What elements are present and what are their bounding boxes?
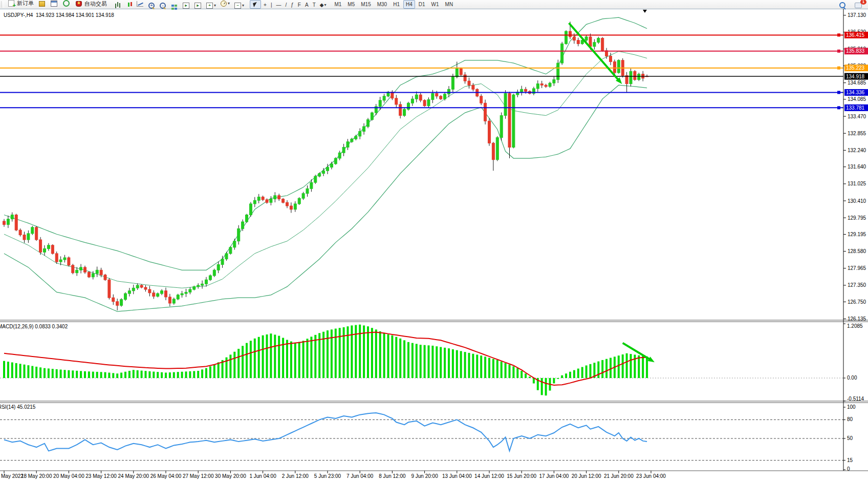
macd-bar	[181, 372, 183, 378]
axis-label: 1 Jun 04:00	[249, 473, 276, 479]
timeframe-m1-button[interactable]: M1	[332, 0, 344, 9]
macd-bar	[157, 372, 159, 378]
macd-bar	[100, 372, 102, 378]
timeframe-m15-button[interactable]: M15	[358, 0, 373, 9]
navigator-button[interactable]	[60, 0, 72, 8]
rsi-pane[interactable]	[0, 413, 843, 460]
market-watch-button[interactable]	[36, 0, 48, 8]
channel-icon: F	[298, 2, 301, 8]
macd-bar	[395, 337, 397, 378]
macd-bar	[31, 366, 33, 378]
macd-bar	[258, 337, 260, 378]
label-button[interactable]: T	[311, 1, 317, 9]
shapes-icon: ◆	[320, 2, 324, 8]
chart-canvas[interactable]: 137.130136.520135.910135.300134.685134.0…	[0, 9, 868, 482]
search-button[interactable]	[838, 1, 847, 9]
trendline-button[interactable]: /	[284, 1, 289, 9]
macd-bar	[80, 371, 82, 378]
candle	[327, 167, 329, 171]
macd-pane[interactable]	[0, 325, 843, 396]
cursor-button[interactable]	[250, 0, 261, 9]
candle	[359, 131, 361, 136]
timeframe-d1-button[interactable]: D1	[416, 0, 428, 9]
timeframe-m30-button[interactable]: M30	[375, 0, 389, 9]
candle-chart-button[interactable]	[124, 0, 134, 9]
dropdown-arrow-icon[interactable]: ▾	[228, 1, 230, 6]
fibonacci-button[interactable]: ƒ	[289, 1, 295, 9]
candle	[209, 276, 211, 280]
price-pane[interactable]	[3, 17, 648, 311]
dropdown-arrow-icon[interactable]: ▾	[214, 3, 216, 8]
crosshair-button[interactable]: +	[262, 1, 268, 9]
hline-anchor[interactable]	[837, 33, 840, 36]
axis-label: 2 Jun 12:00	[282, 473, 309, 479]
hline-anchor[interactable]	[837, 106, 840, 109]
macd-bar	[108, 372, 110, 378]
frame-icon: ~	[234, 3, 241, 9]
candle	[306, 188, 309, 193]
candle	[172, 299, 175, 303]
timeframe-m5-button[interactable]: M5	[345, 0, 357, 9]
macd-bar	[39, 367, 41, 378]
axis-label: 17 Jun 04:00	[539, 473, 569, 479]
macd-bar	[282, 338, 284, 378]
macd-bar	[416, 344, 418, 378]
notifications-button[interactable]: 1	[853, 1, 863, 9]
macd-bar	[420, 345, 422, 378]
macd-bar	[339, 328, 341, 378]
macd-bar	[610, 358, 612, 378]
macd-bar	[274, 334, 276, 378]
macd-bar	[145, 371, 147, 378]
timeframe-h1-button[interactable]: H1	[390, 0, 402, 9]
macd-bar	[128, 371, 131, 378]
macd-bar	[286, 340, 288, 378]
candle	[512, 95, 515, 147]
timeframe-toolbar: M1M5M15M30H1H4D1W1MN	[331, 0, 456, 9]
bar-chart-button[interactable]	[113, 0, 123, 9]
macd-bar	[250, 341, 252, 378]
hline-anchor[interactable]	[837, 91, 840, 94]
macd-bar	[120, 372, 122, 378]
macd-bar	[496, 360, 498, 378]
auto-trading-button[interactable]: 自动交易	[73, 0, 108, 8]
periodicity-button[interactable]: ▾	[219, 0, 231, 8]
macd-bar	[403, 340, 405, 378]
axis-label: 24 May 20:00	[118, 473, 149, 479]
candle	[68, 258, 70, 265]
data-window-button[interactable]	[49, 0, 59, 8]
timeframe-mn-button[interactable]: MN	[443, 0, 456, 9]
macd-bar	[189, 371, 191, 378]
candle	[536, 84, 539, 89]
candle	[257, 197, 260, 200]
hline-anchor[interactable]	[837, 67, 840, 70]
timeframe-h4-button[interactable]: H4	[403, 0, 415, 9]
macd-bar	[484, 357, 486, 378]
macd-bar	[371, 328, 373, 378]
candle	[455, 69, 458, 77]
macd-bar	[590, 364, 592, 378]
shapes-button[interactable]: ◆▾	[318, 1, 328, 9]
timeframe-w1-button[interactable]: W1	[429, 0, 442, 9]
macd-bar	[233, 352, 235, 378]
candle	[153, 293, 155, 297]
dropdown-arrow-icon[interactable]: ▾	[242, 3, 244, 8]
axis-label: 132.855	[848, 131, 866, 136]
macd-bar	[229, 354, 231, 378]
candle	[415, 95, 418, 99]
channel-button[interactable]: F	[296, 1, 302, 9]
candle	[84, 267, 86, 272]
macd-bar	[622, 354, 624, 378]
hline-button[interactable]: —	[275, 1, 283, 9]
candle	[144, 287, 147, 289]
macd-bar	[626, 353, 628, 378]
text-button[interactable]: A	[303, 1, 310, 9]
candle	[104, 275, 106, 280]
dropdown-arrow-icon[interactable]: ▾	[324, 3, 326, 7]
line-chart-button[interactable]	[135, 0, 145, 8]
macd-bar	[193, 371, 195, 378]
candle	[569, 31, 572, 37]
new-order-button[interactable]: 新订单	[6, 0, 35, 8]
candle	[193, 287, 196, 289]
vline-button[interactable]: |	[269, 1, 274, 9]
hline-anchor[interactable]	[837, 50, 840, 53]
